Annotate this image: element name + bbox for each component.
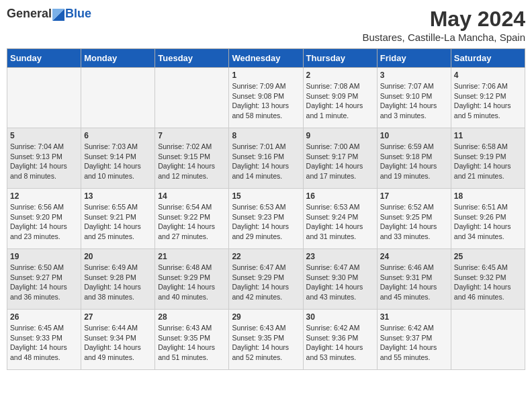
day-info-line: Sunrise: 6:56 AM [10, 203, 64, 211]
day-number: 7 [158, 131, 226, 140]
day-info-line: Daylight: 14 hours [158, 343, 215, 351]
day-number: 24 [380, 252, 448, 261]
page-header: General Blue May 2024 Bustares, Castille… [7, 7, 525, 43]
day-info-line: and 25 minutes. [84, 232, 134, 240]
day-info-line: Sunset: 9:20 PM [10, 213, 62, 221]
day-info: Sunrise: 7:00 AMSunset: 9:17 PMDaylight:… [306, 142, 374, 181]
day-info-line: Sunrise: 6:48 AM [158, 263, 212, 271]
logo-blue-text: Blue [65, 7, 91, 21]
day-info-line: Sunrise: 6:42 AM [380, 324, 434, 332]
day-number: 31 [380, 312, 448, 322]
logo-general-text: General [7, 7, 65, 21]
calendar-week-row: 12Sunrise: 6:56 AMSunset: 9:20 PMDayligh… [7, 189, 525, 249]
calendar-day-cell: 26Sunrise: 6:45 AMSunset: 9:33 PMDayligh… [7, 310, 81, 370]
calendar-day-cell: 6Sunrise: 7:03 AMSunset: 9:14 PMDaylight… [81, 128, 155, 189]
day-info-line: Sunset: 9:23 PM [232, 213, 284, 221]
day-info-line: and 36 minutes. [10, 293, 60, 301]
day-info-line: Sunset: 9:28 PM [84, 273, 136, 281]
day-info-line: Sunrise: 6:47 AM [306, 263, 360, 271]
day-info-line: Sunset: 9:29 PM [232, 273, 284, 281]
day-info-line: Daylight: 14 hours [380, 101, 437, 109]
calendar-day-cell [7, 68, 81, 128]
day-info-line: Sunrise: 6:50 AM [10, 263, 64, 271]
day-info: Sunrise: 7:04 AMSunset: 9:13 PMDaylight:… [10, 142, 78, 181]
day-info-line: Sunset: 9:35 PM [232, 334, 284, 342]
day-info-line: Daylight: 14 hours [84, 343, 141, 351]
day-info-line: Daylight: 14 hours [158, 283, 215, 291]
logo: General Blue [7, 7, 91, 21]
day-number: 10 [380, 131, 448, 140]
day-info-line: Daylight: 14 hours [232, 162, 289, 170]
day-number: 12 [10, 191, 78, 201]
main-title: May 2024 [362, 7, 525, 32]
day-info-line: and 33 minutes. [380, 232, 431, 240]
subtitle: Bustares, Castille-La Mancha, Spain [362, 32, 525, 43]
day-info: Sunrise: 6:58 AMSunset: 9:19 PMDaylight:… [454, 142, 522, 181]
day-number: 14 [158, 191, 226, 201]
logo-icon [52, 9, 64, 21]
day-number: 28 [158, 312, 226, 322]
day-info-line: Sunrise: 6:59 AM [380, 142, 434, 150]
day-info-line: Sunset: 9:30 PM [306, 273, 359, 281]
day-info-line: Sunrise: 6:51 AM [454, 203, 508, 211]
day-info-line: and 23 minutes. [10, 232, 60, 240]
day-info-line: Sunrise: 6:47 AM [232, 263, 285, 271]
day-number: 23 [306, 252, 374, 261]
day-info-line: Daylight: 14 hours [158, 222, 215, 230]
day-info-line: Sunset: 9:31 PM [380, 273, 433, 281]
day-info-line: Sunset: 9:13 PM [10, 152, 62, 161]
day-info-line: Sunrise: 6:45 AM [454, 263, 508, 271]
calendar-day-cell: 20Sunrise: 6:49 AMSunset: 9:28 PMDayligh… [81, 249, 155, 310]
day-info-line: Daylight: 14 hours [454, 101, 511, 109]
calendar-day-cell: 29Sunrise: 6:43 AMSunset: 9:35 PMDayligh… [229, 310, 303, 370]
day-number: 2 [306, 71, 374, 80]
day-info-line: Sunrise: 7:08 AM [306, 82, 360, 90]
calendar-week-row: 19Sunrise: 6:50 AMSunset: 9:27 PMDayligh… [7, 249, 525, 310]
day-info-line: Sunset: 9:16 PM [232, 152, 284, 161]
day-number: 30 [306, 312, 374, 322]
day-info-line: Daylight: 14 hours [454, 283, 511, 291]
day-info-line: and 5 minutes. [454, 111, 500, 120]
day-number: 15 [232, 191, 300, 201]
day-info-line: Sunrise: 6:45 AM [10, 324, 64, 332]
calendar-table: SundayMondayTuesdayWednesdayThursdayFrid… [7, 48, 525, 370]
day-info-line: Sunset: 9:12 PM [454, 92, 506, 100]
day-info-line: Sunset: 9:35 PM [158, 334, 210, 342]
day-info-line: Sunrise: 7:07 AM [380, 82, 434, 90]
day-info-line: and 51 minutes. [158, 353, 208, 361]
day-info-line: Daylight: 14 hours [380, 343, 437, 351]
calendar-day-cell: 17Sunrise: 6:52 AMSunset: 9:25 PMDayligh… [377, 189, 451, 249]
calendar-day-cell: 14Sunrise: 6:54 AMSunset: 9:22 PMDayligh… [155, 189, 229, 249]
day-of-week-header: Wednesday [229, 49, 303, 68]
day-info-line: Daylight: 14 hours [306, 222, 363, 230]
day-info-line: and 46 minutes. [454, 293, 504, 301]
day-info-line: Daylight: 14 hours [454, 162, 511, 170]
day-info: Sunrise: 7:01 AMSunset: 9:16 PMDaylight:… [232, 142, 300, 181]
day-number: 1 [232, 71, 300, 80]
day-info: Sunrise: 7:02 AMSunset: 9:15 PMDaylight:… [158, 142, 226, 181]
day-number: 8 [232, 131, 300, 140]
calendar-day-cell: 22Sunrise: 6:47 AMSunset: 9:29 PMDayligh… [229, 249, 303, 310]
day-info-line: Sunrise: 6:46 AM [380, 263, 434, 271]
day-info: Sunrise: 6:45 AMSunset: 9:32 PMDaylight:… [454, 263, 522, 302]
day-info-line: Sunset: 9:24 PM [306, 213, 359, 221]
day-number: 17 [380, 191, 448, 201]
day-info-line: Daylight: 14 hours [10, 222, 67, 230]
calendar-day-cell: 4Sunrise: 7:06 AMSunset: 9:12 PMDaylight… [451, 68, 525, 128]
day-info-line: and 27 minutes. [158, 232, 208, 240]
day-info-line: Daylight: 14 hours [10, 162, 67, 170]
calendar-day-cell: 24Sunrise: 6:46 AMSunset: 9:31 PMDayligh… [377, 249, 451, 310]
calendar-day-cell: 21Sunrise: 6:48 AMSunset: 9:29 PMDayligh… [155, 249, 229, 310]
day-number: 25 [454, 252, 522, 261]
day-info-line: Sunset: 9:22 PM [158, 213, 210, 221]
day-info-line: Daylight: 14 hours [84, 283, 141, 291]
day-info-line: Sunrise: 6:58 AM [454, 142, 508, 150]
day-info-line: Daylight: 14 hours [380, 222, 437, 230]
day-number: 29 [232, 312, 300, 322]
day-info-line: Daylight: 14 hours [232, 283, 289, 291]
day-info-line: and 14 minutes. [232, 172, 282, 180]
calendar-week-row: 26Sunrise: 6:45 AMSunset: 9:33 PMDayligh… [7, 310, 525, 370]
day-info-line: Sunrise: 7:01 AM [232, 142, 285, 150]
day-number: 11 [454, 131, 522, 140]
day-info: Sunrise: 6:46 AMSunset: 9:31 PMDaylight:… [380, 263, 448, 302]
